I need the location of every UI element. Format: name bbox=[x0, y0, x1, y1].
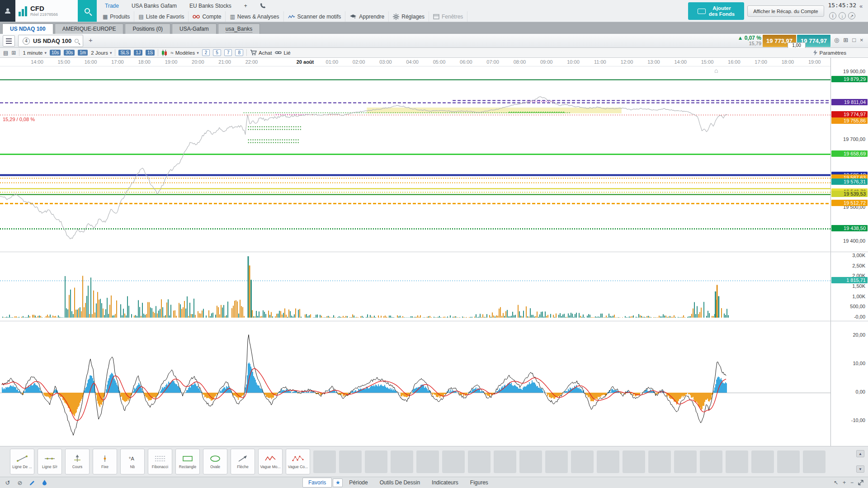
range-chip-1s[interactable]: 1S bbox=[146, 50, 155, 56]
bottom-tab-outils-de-dessin[interactable]: Outils De Dessin bbox=[374, 478, 425, 487]
empty-tool-slot[interactable] bbox=[416, 450, 439, 473]
empty-tool-slot[interactable] bbox=[648, 450, 671, 473]
download-icon[interactable]: ↓ bbox=[839, 12, 846, 19]
range-dropdown[interactable]: 2 Jours▾ bbox=[91, 50, 112, 56]
tool-motive-wave[interactable]: Vague Mo... bbox=[258, 449, 283, 474]
layout-icon[interactable]: ⊞ bbox=[11, 50, 16, 56]
toolbar-apprendre[interactable]: Apprendre bbox=[345, 11, 389, 22]
workspace-tab-usa-banks[interactable]: usa_Banks bbox=[218, 23, 260, 34]
toolbar-reglages[interactable]: Réglages bbox=[389, 11, 429, 22]
tool-support-resistance-line[interactable]: Ligne S/r bbox=[38, 449, 62, 474]
add-funds-button[interactable]: Ajouterdes Fonds bbox=[688, 2, 744, 20]
tool-trend-line[interactable]: Ligne De ... bbox=[10, 449, 34, 474]
empty-tool-slot[interactable] bbox=[365, 450, 387, 473]
timeframe-chip-10s[interactable]: 10s bbox=[50, 50, 61, 56]
toolbar-fenetres[interactable]: Fenêtres bbox=[429, 11, 467, 22]
range-chip-sls[interactable]: SLS bbox=[118, 50, 131, 56]
workspace-tab-us-ndaq-100[interactable]: US NDAQ 100 bbox=[2, 23, 53, 34]
home-reset-icon[interactable]: ⌂ bbox=[714, 67, 718, 74]
color-droplet-icon[interactable] bbox=[39, 479, 49, 487]
maximize-icon[interactable]: □ bbox=[852, 37, 856, 43]
model-chip-2[interactable]: 2 bbox=[202, 49, 210, 56]
empty-tool-slot[interactable] bbox=[803, 450, 826, 473]
empty-tool-slot[interactable] bbox=[751, 450, 774, 473]
empty-tool-slot[interactable] bbox=[494, 450, 516, 473]
chart-instrument-tab[interactable]: 4 US NDAQ 100 bbox=[18, 35, 83, 47]
empty-tool-slot[interactable] bbox=[545, 450, 568, 473]
empty-tool-slot[interactable] bbox=[571, 450, 594, 473]
close-icon[interactable]: × bbox=[860, 37, 863, 43]
notes-icon[interactable]: ▤ bbox=[3, 50, 8, 56]
phone-button[interactable] bbox=[254, 0, 272, 11]
toolbar-news-analyses[interactable]: ▥News & Analyses bbox=[226, 11, 283, 22]
clear-drawings-icon[interactable]: ⊘ bbox=[15, 479, 25, 487]
empty-tool-slot[interactable] bbox=[468, 450, 491, 473]
empty-tool-slot[interactable] bbox=[339, 450, 362, 473]
timeframe-dropdown[interactable]: 1 minute▾ bbox=[23, 50, 47, 56]
cursor-icon[interactable]: ↖ bbox=[834, 479, 838, 486]
empty-tool-slot[interactable] bbox=[623, 450, 645, 473]
empty-tool-slot[interactable] bbox=[442, 450, 465, 473]
empty-tool-slot[interactable] bbox=[391, 450, 413, 473]
tool-price-marker[interactable]: Cours bbox=[65, 449, 90, 474]
model-chip-8[interactable]: 8 bbox=[235, 49, 243, 56]
expand-icon[interactable] bbox=[858, 480, 863, 485]
workspace-tab-amerique-europe[interactable]: AMERIQUE-EUROPE bbox=[55, 23, 124, 34]
models-dropdown[interactable]: ≈Modèles▾ bbox=[170, 50, 199, 56]
favorite-star-button[interactable]: ★ bbox=[333, 479, 343, 487]
empty-tool-slot[interactable] bbox=[674, 450, 697, 473]
tools-scroll-up[interactable]: ▲ bbox=[856, 450, 864, 457]
account-recap-button[interactable]: Afficher le Récap. du Compte bbox=[747, 5, 824, 17]
bottom-tab-periode[interactable]: Période bbox=[344, 478, 373, 487]
empty-tool-slot[interactable] bbox=[597, 450, 619, 473]
instrument-search-icon[interactable] bbox=[75, 39, 79, 43]
empty-tool-slot[interactable] bbox=[519, 450, 542, 473]
tool-text-note[interactable]: °A Nb bbox=[120, 449, 145, 474]
tools-scroll-down[interactable]: ▼ bbox=[856, 465, 864, 473]
undo-icon[interactable]: ↺ bbox=[3, 479, 13, 487]
chart-menu-button[interactable] bbox=[3, 35, 15, 47]
collapse-panel-icon[interactable]: « bbox=[859, 3, 863, 9]
external-link-icon[interactable]: ↗ bbox=[848, 12, 855, 19]
user-icon[interactable] bbox=[0, 0, 15, 22]
toolbar-scanner-motifs[interactable]: Scanner de motifs bbox=[284, 11, 346, 22]
empty-tool-slot[interactable] bbox=[726, 450, 748, 473]
tool-arrow[interactable]: Flèche bbox=[231, 449, 255, 474]
time-axis[interactable]: 14:0015:0016:0017:0018:0019:0020:0021:00… bbox=[0, 58, 830, 66]
zoom-in-icon[interactable]: + bbox=[843, 479, 846, 486]
tool-fixed-line[interactable]: Fixe bbox=[93, 449, 117, 474]
tool-fibonacci[interactable]: Fibonacci bbox=[148, 449, 172, 474]
zoom-out-icon[interactable]: − bbox=[850, 479, 854, 486]
timeframe-chip-30s[interactable]: 30s bbox=[64, 50, 75, 56]
search-button[interactable] bbox=[78, 0, 97, 22]
empty-tool-slot[interactable] bbox=[777, 450, 800, 473]
model-chip-5[interactable]: 5 bbox=[213, 49, 221, 56]
tool-rectangle[interactable]: Rectangle bbox=[175, 449, 200, 474]
add-tab-button[interactable]: + bbox=[238, 0, 254, 11]
bottom-tab-indicateurs[interactable]: Indicateurs bbox=[426, 478, 464, 487]
bottom-tab-favoris[interactable]: Favoris bbox=[302, 478, 332, 488]
range-chip-1j[interactable]: 1J bbox=[134, 50, 142, 56]
empty-tool-slot[interactable] bbox=[313, 450, 336, 473]
timeframe-chip-1m[interactable]: 1m bbox=[78, 50, 88, 56]
toolbar-liste-favoris[interactable]: ▤Liste de Favoris bbox=[134, 11, 189, 22]
toolbar-compte[interactable]: Compte bbox=[189, 11, 226, 22]
toolbar-produits[interactable]: ▦Produits bbox=[99, 11, 134, 22]
candlestick-icon[interactable] bbox=[161, 50, 167, 56]
workspace-tab-positions[interactable]: Positions (0) bbox=[125, 23, 170, 34]
empty-tool-slot[interactable] bbox=[700, 450, 722, 473]
chart-settings-button[interactable]: Paramètres bbox=[813, 50, 846, 56]
chart-plot-area[interactable] bbox=[0, 66, 830, 446]
workspace-tab-usa-gafam[interactable]: USA-Gafam bbox=[172, 23, 217, 34]
tool-ellipse[interactable]: Ovale bbox=[203, 449, 227, 474]
price-chart-canvas[interactable] bbox=[0, 66, 830, 446]
tool-corrective-wave[interactable]: Vague Co... bbox=[286, 449, 310, 474]
tab-usa-banks-gafam[interactable]: USA Banks Gafam bbox=[125, 0, 183, 11]
model-chip-7[interactable]: 7 bbox=[224, 49, 232, 56]
tab-trade[interactable]: Trade bbox=[99, 0, 125, 11]
pencil-icon[interactable] bbox=[27, 479, 37, 487]
pane-separator-oscillator[interactable] bbox=[0, 321, 868, 321]
duplicate-window-icon[interactable]: ⊞ bbox=[843, 37, 848, 43]
link-toggle[interactable]: Lié bbox=[275, 50, 290, 56]
target-icon[interactable]: ◎ bbox=[834, 37, 839, 43]
